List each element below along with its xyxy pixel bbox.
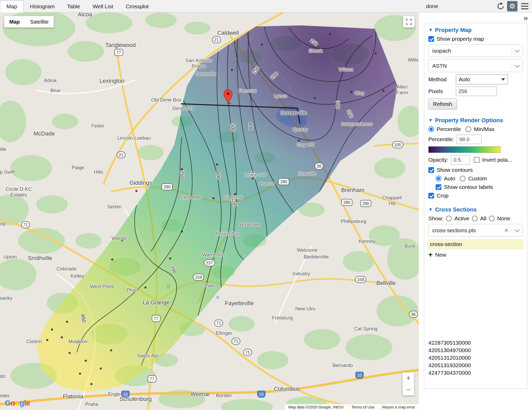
opacity-input[interactable]: 0.5 [451, 155, 470, 165]
map-type-satellite-button[interactable]: Satellite [25, 16, 54, 28]
show-active-label: Active [454, 215, 469, 222]
map-label-town: Warda [111, 235, 126, 241]
map-label-town: Praha [85, 401, 98, 407]
attribute-select[interactable]: ASTN [428, 59, 523, 72]
chevron-down-icon [515, 48, 520, 52]
show-all-radio[interactable] [472, 216, 478, 221]
render-options-header[interactable]: ▼ Property Render Options [428, 117, 523, 124]
road-shield: 71 [21, 221, 30, 228]
road-shield: 290 [278, 178, 289, 185]
contours-auto-radio[interactable] [436, 176, 441, 181]
sidebar-collapse-button[interactable]: » [523, 13, 528, 22]
tab-crossplot[interactable]: Crossplot [119, 1, 155, 12]
pixels-input[interactable]: 256 [456, 87, 497, 96]
map-label-town: Deanville [196, 71, 216, 77]
google-logo-letter: o [10, 399, 15, 407]
google-logo-letter: l [24, 399, 26, 407]
map-label-town: Quarry [293, 127, 308, 132]
status-text: done [426, 3, 438, 9]
invert-polarity-label: Invert pola... [482, 157, 512, 163]
tab-table[interactable]: Table [61, 1, 87, 12]
chevron-down-icon [515, 227, 520, 232]
show-contours-label: Show contours [437, 167, 473, 173]
map-label-town: Bellville [376, 280, 396, 286]
well-id-item[interactable]: 42051312010000 [428, 354, 523, 361]
well-id-item[interactable]: 42051319320000 [428, 361, 523, 369]
well-id-item[interactable]: 42477304370000 [428, 369, 523, 377]
cross-sections-file-select[interactable]: cross-sections.pts ✕ [428, 224, 523, 237]
refresh-icon[interactable] [497, 2, 504, 10]
map-label-town: Serbin [107, 204, 122, 210]
road-shield: 159 [193, 274, 204, 281]
zoom-control: + − [403, 372, 414, 395]
map-label-town: Carmine [224, 194, 243, 200]
well-id-item[interactable]: 42287305130000 [428, 339, 523, 346]
map-label-town: Kirtley [71, 273, 84, 279]
map-type-map-button[interactable]: Map [4, 16, 25, 28]
map-label-town: Lexington [99, 78, 124, 84]
show-none-radio[interactable] [489, 216, 495, 221]
tab-well-list[interactable]: Well List [87, 1, 119, 12]
show-active-radio[interactable] [446, 216, 452, 221]
method-select[interactable]: Auto [456, 74, 508, 84]
map-canvas[interactable]: 150200250300350400450500550600650700750 … [0, 12, 419, 410]
minmax-radio[interactable] [466, 126, 471, 132]
google-logo: Google [5, 399, 30, 407]
map-label-town: Zionville [298, 171, 316, 176]
show-contour-labels-checkbox[interactable] [436, 184, 441, 190]
new-cross-section-row[interactable]: + New [428, 252, 523, 258]
map-label-town: McDade [34, 130, 55, 137]
minmax-radio-label: Min/Max [474, 126, 494, 132]
menu-icon[interactable] [520, 2, 529, 10]
road-shield: 21 [212, 36, 221, 43]
show-all-label: All [480, 215, 486, 222]
well-id-item[interactable]: 42051304970000 [428, 346, 523, 354]
property-map-header[interactable]: ▼ Property Map [428, 27, 523, 33]
percentile-input[interactable]: 98.0 [457, 135, 482, 144]
zoom-in-button[interactable]: + [403, 372, 414, 384]
show-property-map-checkbox[interactable] [428, 36, 434, 42]
sidebar: » ▼ Property Map Show property map isopa… [419, 12, 532, 410]
new-cross-section-label: New [435, 252, 446, 258]
percentile-radio-label: Percentile [437, 126, 461, 132]
color-ramp-legend [428, 146, 501, 153]
map-label-town: Giddings [130, 180, 152, 186]
tab-histogram[interactable]: Histogram [24, 1, 61, 12]
crop-checkbox[interactable] [428, 193, 434, 199]
fullscreen-button[interactable] [403, 16, 415, 28]
tab-map[interactable]: Map [0, 1, 24, 12]
road-shield: 36 [409, 311, 418, 318]
map-label-town: Park [204, 283, 215, 289]
invert-polarity-checkbox[interactable] [474, 157, 480, 163]
map-label-town: Paige [72, 165, 84, 170]
property-select[interactable]: isopach [428, 44, 523, 57]
map-label-town: Bernardo [332, 363, 353, 368]
road-shield: 237 [204, 259, 215, 266]
cross-sections-header[interactable]: ▼ Cross Sections [428, 206, 523, 213]
clear-icon[interactable]: ✕ [504, 227, 509, 234]
contours-auto-label: Auto [444, 175, 455, 182]
map-label-town: Buck [404, 243, 415, 249]
road-shield: 290 [162, 183, 173, 190]
road-shield: 105 [392, 141, 403, 148]
road-shield: 21 [117, 152, 125, 159]
map-label-town: do [0, 373, 5, 379]
map-label-town: Blue [50, 88, 60, 93]
map-label-town: ille [0, 146, 6, 152]
road-shield: 77 [114, 49, 123, 56]
report-error-link[interactable]: Report a map error [382, 405, 415, 409]
show-contours-checkbox[interactable] [428, 167, 434, 173]
collapse-triangle-icon: ▼ [428, 28, 433, 33]
contours-custom-radio[interactable] [460, 176, 466, 181]
refresh-button[interactable]: Refresh [428, 98, 457, 110]
map-label-town: Columbus [274, 386, 300, 392]
terms-of-use-link[interactable]: Terms of Use [351, 405, 374, 409]
percentile-radio[interactable] [428, 126, 434, 132]
cross-section-list-item[interactable]: cross-section [427, 239, 524, 249]
road-shield: 10 [257, 391, 265, 398]
map-label-town: Fedor [91, 123, 104, 129]
zoom-out-button[interactable]: − [403, 384, 414, 395]
gear-icon[interactable]: ⚙ [507, 1, 517, 11]
map-label-town: Circle D-KC Estates [6, 186, 32, 198]
svg-text:600: 600 [215, 171, 221, 180]
